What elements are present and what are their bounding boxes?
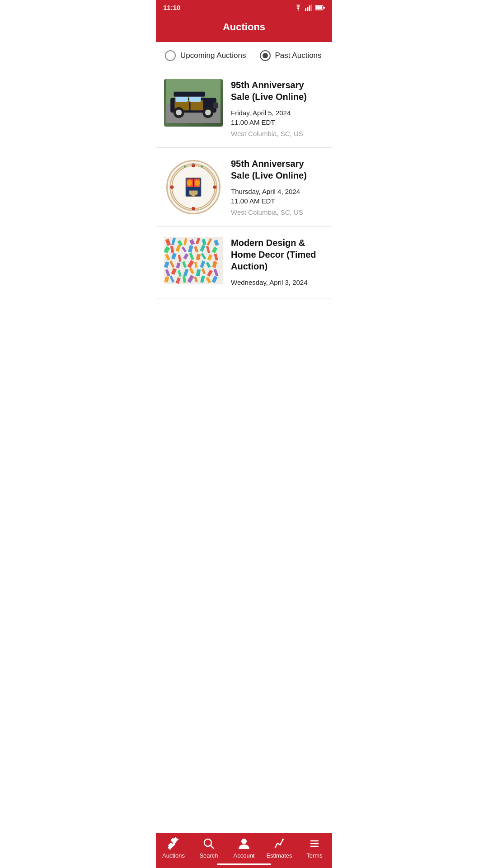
auction-time-2: 11.00 AM EDT	[231, 197, 324, 205]
svg-point-34	[195, 180, 200, 186]
signal-icon	[305, 5, 312, 11]
auction-location-1: West Columbia, SC, US	[231, 130, 324, 137]
page-title: Auctions	[223, 21, 265, 33]
auction-item-2[interactable]: 95th Anniversary Sale (Live Online) Thur…	[156, 148, 332, 227]
svg-rect-2	[309, 5, 310, 11]
svg-point-18	[205, 109, 211, 115]
auction-title-2: 95th Anniversary Sale (Live Online)	[231, 158, 324, 181]
auction-title-3: Modern Design & Home Decor (Timed Auctio…	[231, 237, 324, 272]
auction-info-1: 95th Anniversary Sale (Live Online) Frid…	[231, 79, 324, 137]
filter-upcoming-label: Upcoming Auctions	[180, 51, 246, 60]
status-bar: 11:10	[156, 0, 332, 15]
filter-past[interactable]: Past Auctions	[260, 50, 322, 61]
filter-past-label: Past Auctions	[275, 51, 322, 60]
auction-time-1: 11.00 AM EDT	[231, 118, 324, 126]
auction-date-2: Thursday, April 4, 2024	[231, 188, 324, 195]
svg-point-35	[192, 163, 194, 165]
filter-row: Upcoming Auctions Past Auctions	[156, 42, 332, 69]
auction-thumb-3	[164, 237, 223, 284]
auction-title-1: 95th Anniversary Sale (Live Online)	[231, 79, 324, 103]
auction-item-1[interactable]: 95th Anniversary Sale (Live Online) Frid…	[156, 69, 332, 148]
filter-upcoming[interactable]: Upcoming Auctions	[165, 50, 246, 61]
radio-past	[260, 50, 271, 61]
svg-point-36	[201, 166, 203, 168]
status-icons	[294, 5, 325, 11]
auction-info-2: 95th Anniversary Sale (Live Online) Thur…	[231, 158, 324, 216]
auction-date-1: Friday, April 5, 2024	[231, 109, 324, 117]
svg-point-16	[176, 109, 182, 115]
auction-date-3: Wednesday, April 3, 2024	[231, 278, 324, 286]
svg-rect-6	[324, 7, 325, 9]
auction-info-3: Modern Design & Home Decor (Timed Auctio…	[231, 237, 324, 288]
svg-rect-19	[174, 92, 205, 97]
battery-icon	[315, 5, 325, 10]
svg-point-37	[184, 166, 186, 168]
auction-thumb-1	[164, 79, 223, 127]
svg-point-33	[187, 180, 192, 186]
auction-item-3[interactable]: Modern Design & Home Decor (Timed Auctio…	[156, 227, 332, 298]
svg-point-26	[192, 207, 195, 211]
auction-location-2: West Columbia, SC, US	[231, 208, 324, 216]
svg-point-28	[213, 185, 217, 189]
page-header: Auctions	[156, 15, 332, 42]
svg-rect-1	[307, 7, 309, 11]
auction-thumb-2	[164, 158, 223, 217]
svg-point-27	[170, 185, 174, 189]
status-time: 11:10	[163, 4, 180, 11]
radio-past-dot	[263, 53, 268, 58]
svg-rect-21	[213, 103, 218, 108]
svg-rect-5	[316, 6, 322, 9]
svg-rect-3	[311, 5, 313, 11]
svg-rect-0	[305, 8, 306, 11]
radio-upcoming	[165, 50, 176, 61]
wifi-icon	[294, 5, 302, 11]
auction-list: 95th Anniversary Sale (Live Online) Frid…	[156, 69, 332, 298]
